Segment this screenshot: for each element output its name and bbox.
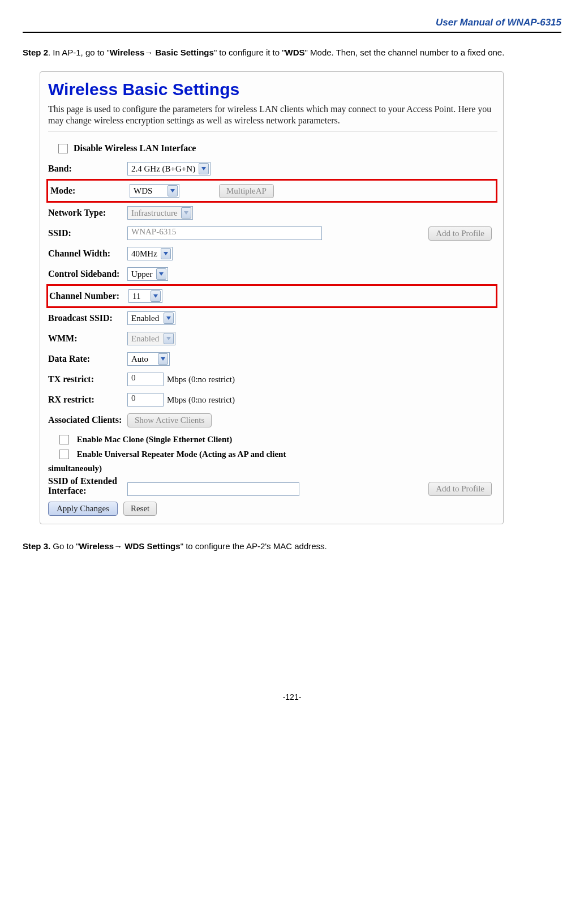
channel-width-row: Channel Width: 40MHz [48,243,497,264]
chevron-down-icon [164,333,174,344]
tx-restrict-label: TX restrict: [48,374,127,384]
apply-changes-button[interactable]: Apply Changes [48,502,118,516]
associated-clients-row: Associated Clients: Show Active Clients [48,410,497,430]
step3-paragraph: Step 3. Go to "Wireless→ WDS Settings" t… [23,541,561,551]
step3-prefix: Step 3. [23,541,50,551]
svg-marker-1 [170,189,175,192]
svg-marker-8 [161,357,165,361]
channel-width-select[interactable]: 40MHz [127,247,173,260]
ssid-extended-input[interactable] [127,482,299,496]
page-number: -121- [23,692,561,701]
wmm-row: WMM: Enabled [48,328,497,349]
step2-paragraph: Step 2. In AP-1, go to "Wireless→ Basic … [23,44,561,61]
network-type-value: Infrastructure [131,208,181,218]
universal-repeater-label-l1: Enable Universal Repeater Mode (Acting a… [77,450,286,459]
chevron-down-icon [181,207,191,219]
mode-label: Mode: [50,186,130,196]
chevron-down-icon [158,353,168,365]
data-rate-value: Auto [131,354,152,364]
network-type-row: Network Type: Infrastructure [48,203,497,223]
universal-repeater-row: Enable Universal Repeater Mode (Acting a… [48,448,497,460]
chevron-down-icon [168,185,178,196]
show-active-clients-button[interactable]: Show Active Clients [127,413,212,427]
rx-restrict-label: RX restrict: [48,395,127,405]
channel-width-label: Channel Width: [48,249,127,259]
band-select[interactable]: 2.4 GHz (B+G+N) [127,162,211,176]
step2-nav2: Basic Settings [153,48,214,57]
tx-restrict-input[interactable]: 0 [127,373,164,386]
arrow-icon: → [144,48,153,57]
control-sideband-select[interactable]: Upper [127,267,168,281]
add-to-profile-button-2[interactable]: Add to Profile [428,482,492,496]
data-rate-select[interactable]: Auto [127,352,170,366]
universal-repeater-label-l2: simultaneouly) [48,464,497,473]
chevron-down-icon [199,163,209,174]
step3-nav1: Wireless [79,541,114,551]
broadcast-ssid-row: Broadcast SSID: Enabled [48,308,497,328]
svg-marker-7 [166,337,171,340]
channel-number-select[interactable]: 11 [128,289,162,303]
ssid-extended-label: SSID of Extended Interface: [48,477,127,496]
ssid-input[interactable]: WNAP-6315 [127,226,322,240]
broadcast-ssid-select[interactable]: Enabled [127,311,175,325]
mac-clone-row: Enable Mac Clone (Single Ethernet Client… [48,434,497,445]
wmm-label: WMM: [48,333,127,344]
step2-wds: WDS [285,48,305,57]
panel-title: Wireless Basic Settings [48,80,497,99]
mode-row-highlighted: Mode: WDS MultipleAP [46,179,497,203]
channel-number-row-highlighted: Channel Number: 11 [46,284,497,308]
chevron-down-icon [161,248,171,259]
band-row: Band: 2.4 GHz (B+G+N) [48,159,497,179]
multiple-ap-button[interactable]: MultipleAP [219,184,274,198]
panel-description: This page is used to configure the param… [48,104,497,126]
channel-width-value: 40MHz [131,249,161,259]
ssid-label: SSID: [48,228,127,238]
wireless-basic-settings-panel: Wireless Basic Settings This page is use… [40,71,504,524]
mac-clone-label: Enable Mac Clone (Single Ethernet Client… [77,435,233,444]
mac-clone-checkbox[interactable] [59,435,69,444]
band-label: Band: [48,164,127,174]
broadcast-ssid-value: Enabled [131,314,162,323]
add-to-profile-button[interactable]: Add to Profile [428,226,492,241]
action-buttons-row: Apply Changes Reset [48,502,497,516]
mode-select[interactable]: WDS [130,184,179,198]
svg-marker-4 [159,272,164,276]
control-sideband-value: Upper [131,270,156,279]
chevron-down-icon [164,313,174,324]
step2-prefix: Step 2 [23,48,48,57]
mode-value: WDS [134,186,156,196]
control-sideband-label: Control Sideband: [48,270,127,279]
associated-clients-label: Associated Clients: [48,416,127,425]
disable-wlan-label: Disable Wireless LAN Interface [74,143,196,153]
svg-marker-2 [184,211,188,215]
control-sideband-row: Control Sideband: Upper [48,264,497,284]
reset-button[interactable]: Reset [123,502,157,516]
disable-wlan-checkbox[interactable] [58,144,68,153]
svg-marker-5 [153,294,158,298]
ssid-extended-row: SSID of Extended Interface: Add to Profi… [48,476,497,496]
ssid-row: SSID: WNAP-6315 Add to Profile [48,223,497,243]
network-type-label: Network Type: [48,208,127,218]
step2-nav1: Wireless [110,48,145,57]
step2-text-a: . In AP-1, go to " [48,48,110,57]
svg-marker-3 [164,252,168,255]
ssid-ext-l1: SSID of Extended [48,476,117,486]
step3-nav2: WDS Settings [122,541,181,551]
step2-text-b: " to configure it to " [214,48,285,57]
channel-number-value: 11 [132,292,144,301]
arrow-icon: → [114,541,122,551]
data-rate-row: Data Rate: Auto [48,349,497,369]
rx-restrict-row: RX restrict: 0 Mbps (0:no restrict) [48,390,497,410]
channel-number-label: Channel Number: [49,292,128,301]
tx-restrict-row: TX restrict: 0 Mbps (0:no restrict) [48,369,497,390]
universal-repeater-checkbox[interactable] [59,450,69,459]
page-header: User Manual of WNAP-6315 [23,17,561,33]
tx-mbps-text: Mbps (0:no restrict) [167,375,235,384]
disable-wlan-row: Disable Wireless LAN Interface [48,138,497,159]
band-value: 2.4 GHz (B+G+N) [131,164,199,174]
step3-text-a: Go to " [50,541,79,551]
wmm-value: Enabled [131,334,162,344]
chevron-down-icon [156,268,166,280]
rx-restrict-input[interactable]: 0 [127,393,164,407]
rx-mbps-text: Mbps (0:no restrict) [167,395,235,405]
